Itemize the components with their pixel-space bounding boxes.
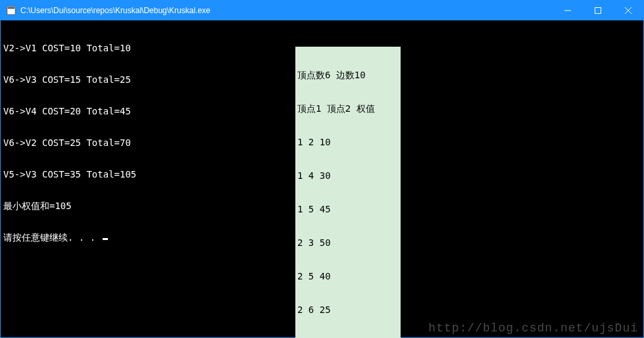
- close-icon: [625, 7, 632, 14]
- minimize-icon: [564, 7, 571, 14]
- overlay-row: 2 5 40: [297, 271, 399, 282]
- overlay-row: 2 6 25: [297, 304, 399, 316]
- overlay-row: 2 3 50: [297, 237, 399, 249]
- svg-rect-3: [595, 8, 601, 14]
- window-title: C:\Users\Dui\source\repos\Kruskal\Debug\…: [20, 6, 211, 15]
- maximize-button[interactable]: [583, 1, 613, 20]
- overlay-row: 1 4 30: [297, 170, 399, 181]
- titlebar[interactable]: C:\Users\Dui\source\repos\Kruskal\Debug\…: [1, 1, 643, 20]
- overlay-row: 1 2 10: [297, 137, 399, 148]
- close-button[interactable]: [613, 1, 643, 20]
- minimize-button[interactable]: [553, 1, 583, 20]
- app-icon: [6, 5, 16, 16]
- window-controls: [553, 1, 643, 20]
- overlay-header: 顶点数6 边数10: [297, 70, 399, 81]
- prompt-text: 请按任意键继续. . .: [3, 232, 101, 243]
- console-window: C:\Users\Dui\source\repos\Kruskal\Debug\…: [0, 0, 644, 338]
- maximize-icon: [595, 7, 601, 14]
- overlay-header: 顶点1 顶点2 权值: [297, 103, 399, 114]
- text-cursor: [103, 238, 108, 240]
- console-area[interactable]: V2->V1 COST=10 Total=10 V6->V3 COST=15 T…: [1, 20, 643, 337]
- overlay-row: 1 5 45: [297, 204, 399, 215]
- watermark-text: http://blog.csdn.net/ujsDui: [428, 323, 638, 333]
- input-data-overlay: 顶点数6 边数10 顶点1 顶点2 权值 1 2 10 1 4 30 1 5 4…: [295, 47, 401, 338]
- svg-rect-1: [8, 7, 15, 9]
